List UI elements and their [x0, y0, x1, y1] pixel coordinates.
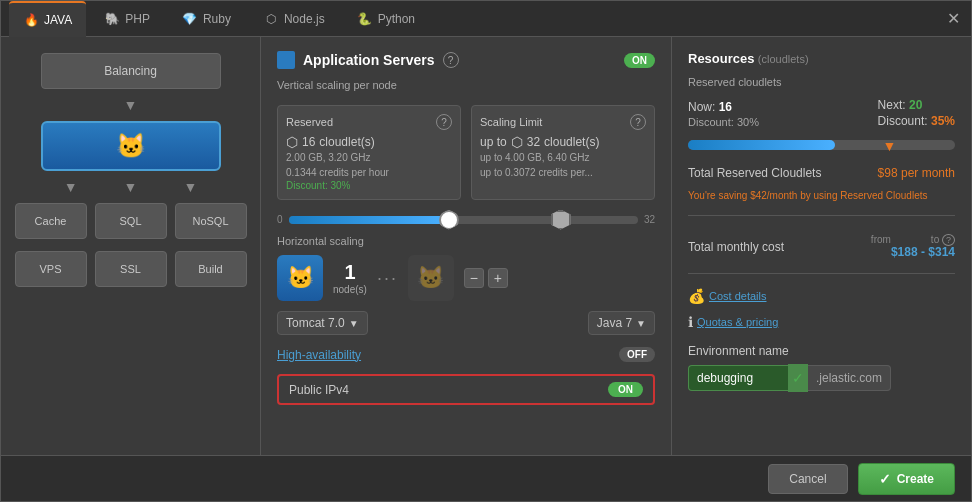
scaling-title: Scaling Limit [480, 116, 542, 128]
ssl-button[interactable]: SSL [95, 251, 167, 287]
app-server-node[interactable]: 🐱 [41, 121, 221, 171]
scaling-prefix: up to [480, 135, 507, 149]
cloudlet-icon-reserved: ⬡ [286, 134, 298, 150]
progress-marker-icon: ▼ [882, 138, 896, 154]
bottom-nodes-row1: Cache SQL NoSQL [15, 203, 247, 239]
reserved-help-icon[interactable]: ? [436, 114, 452, 130]
tab-bar: 🔥 JAVA 🐘 PHP 💎 Ruby ⬡ Node.js 🐍 Python ✕ [1, 1, 971, 37]
create-button[interactable]: ✓ Create [858, 463, 955, 495]
discount-now-label: Discount: [688, 116, 734, 128]
reserved-count: 16 [302, 135, 315, 149]
tab-ruby[interactable]: 💎 Ruby [168, 1, 245, 37]
node-stepper: − + [464, 268, 508, 288]
reserved-discount: Discount: 30% [286, 180, 452, 191]
decrease-node-button[interactable]: − [464, 268, 484, 288]
vps-button[interactable]: VPS [15, 251, 87, 287]
ha-link[interactable]: High-availability [277, 348, 361, 362]
reserved-box: Reserved ? ⬡ 16 cloudlet(s) 2.00 GB, 3.2… [277, 105, 461, 200]
h-scaling-row: 🐱 1 node(s) ··· 🐱 − + [277, 255, 655, 301]
help-icon[interactable]: ? [443, 52, 459, 68]
tab-python[interactable]: 🐍 Python [343, 1, 429, 37]
scaling-boxes: Reserved ? ⬡ 16 cloudlet(s) 2.00 GB, 3.2… [277, 105, 655, 200]
nosql-button[interactable]: NoSQL [175, 203, 247, 239]
ha-toggle[interactable]: OFF [619, 347, 655, 362]
saving-text: You're saving $42/month by using Reserve… [688, 190, 955, 201]
slider-scaling-thumb[interactable] [551, 210, 571, 230]
ruby-icon: 💎 [182, 11, 198, 27]
java-dropdown-arrow: ▼ [636, 318, 646, 329]
slider-reserved-thumb[interactable] [439, 210, 459, 230]
cancel-button[interactable]: Cancel [768, 464, 847, 494]
ipv4-toggle[interactable]: ON [608, 382, 643, 397]
java-dropdown[interactable]: Java 7 ▼ [588, 311, 655, 335]
app-server-toggle[interactable]: ON [624, 53, 655, 68]
slider-max-label: 32 [644, 214, 655, 225]
now-label: Now: [688, 100, 715, 114]
create-label: Create [897, 472, 934, 486]
python-icon: 🐍 [357, 11, 373, 27]
cost-details-link[interactable]: 💰 Cost details [688, 288, 955, 304]
right-panel: Resources (cloudlets) Reserved cloudlets… [671, 37, 971, 455]
next-label: Next: [878, 98, 906, 112]
cache-button[interactable]: Cache [15, 203, 87, 239]
panel-header: Application Servers ? ON [277, 51, 655, 69]
from-to-labels: from to ? [871, 234, 955, 245]
reserved-info2: 0.1344 credits per hour [286, 165, 452, 180]
balancing-button[interactable]: Balancing [41, 53, 221, 89]
env-name-section: Environment name ✓ .jelastic.com [688, 344, 955, 392]
tab-php[interactable]: 🐘 PHP [90, 1, 164, 37]
cost-details-text[interactable]: Cost details [709, 290, 766, 302]
vps-label: VPS [39, 263, 61, 275]
scaling-slider[interactable]: 0 32 [277, 214, 655, 225]
resources-header: Resources (cloudlets) [688, 51, 955, 66]
cloudlets-progress-bar: ▼ [688, 140, 955, 150]
discount-now: Discount: 30% [688, 116, 759, 128]
env-domain: .jelastic.com [808, 365, 891, 391]
arrows-row: ▼ ▼ ▼ [64, 179, 198, 195]
increase-node-button[interactable]: + [488, 268, 508, 288]
node-dots: ··· [377, 268, 398, 289]
quotas-text[interactable]: Quotas & pricing [697, 316, 778, 328]
close-button[interactable]: ✕ [943, 9, 963, 29]
build-button[interactable]: Build [175, 251, 247, 287]
discount-next: Discount: 35% [878, 114, 955, 128]
arrow-mid-icon: ▼ [124, 179, 138, 195]
tomcat-icon: 🐱 [116, 132, 146, 160]
java-label: Java 7 [597, 316, 632, 330]
app-server-icon [277, 51, 295, 69]
main-window: 🔥 JAVA 🐘 PHP 💎 Ruby ⬡ Node.js 🐍 Python ✕… [0, 0, 972, 502]
tomcat-dropdown[interactable]: Tomcat 7.0 ▼ [277, 311, 368, 335]
cloudlet-icon-scaling: ⬡ [511, 134, 523, 150]
price-range-block: from to ? $188 - $314 [871, 234, 955, 259]
node-icon: 🐱 [277, 255, 323, 301]
sql-label: SQL [119, 215, 141, 227]
balancing-label: Balancing [104, 64, 157, 78]
php-icon: 🐘 [104, 11, 120, 27]
slider-track[interactable] [289, 216, 638, 224]
node-label: node(s) [333, 284, 367, 295]
price-range: $188 - $314 [891, 245, 955, 259]
sql-button[interactable]: SQL [95, 203, 167, 239]
from-label: from [871, 234, 891, 245]
env-name-input[interactable] [688, 365, 788, 391]
scaling-limit-box: Scaling Limit ? up to ⬡ 32 cloudlet(s) u… [471, 105, 655, 200]
cache-label: Cache [35, 215, 67, 227]
quotas-link[interactable]: ℹ Quotas & pricing [688, 314, 955, 330]
scaling-help-icon[interactable]: ? [630, 114, 646, 130]
env-name-row: ✓ .jelastic.com [688, 364, 955, 392]
scaling-unit: cloudlet(s) [544, 135, 599, 149]
total-reserved-label: Total Reserved Cloudlets [688, 166, 821, 180]
tab-java[interactable]: 🔥 JAVA [9, 1, 86, 37]
divider [688, 215, 955, 216]
now-col: Now: 16 Discount: 30% [688, 100, 759, 128]
saving-prefix: You're saving [688, 190, 747, 201]
slider-fill [289, 216, 446, 224]
scaling-info2: up to 0.3072 credits per... [480, 165, 646, 180]
footer: Cancel ✓ Create [1, 455, 971, 501]
next-value: Next: 20 [878, 98, 955, 112]
price-from: $188 [891, 245, 918, 259]
now-value: Now: 16 [688, 100, 759, 114]
tab-nodejs[interactable]: ⬡ Node.js [249, 1, 339, 37]
cloudlets-now-next-row: Now: 16 Discount: 30% Next: 20 Discount: [688, 98, 955, 128]
tab-nodejs-label: Node.js [284, 12, 325, 26]
